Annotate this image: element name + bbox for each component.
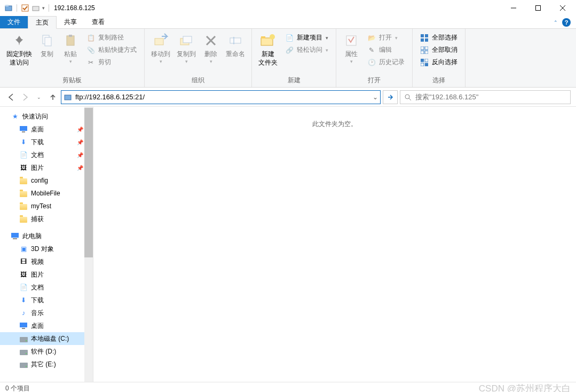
cut-button[interactable]: ✂剪切 <box>84 57 139 68</box>
sidebar-pictures[interactable]: 🖼图片📌 <box>0 161 93 174</box>
address-input[interactable] <box>75 91 369 103</box>
edit-button[interactable]: ✎编辑 <box>365 44 407 56</box>
star-icon: ★ <box>11 112 19 121</box>
group-new-label: 新建 <box>255 75 333 86</box>
easyaccess-button[interactable]: 🔗轻松访问 ▾ <box>283 44 330 56</box>
qat-folder-icon[interactable] <box>31 4 40 12</box>
sidebar-mytest[interactable]: myTest <box>0 200 93 213</box>
pin-icon: 📌 <box>77 152 83 158</box>
sidebar-music[interactable]: ♪音乐 <box>0 307 93 319</box>
address-dropdown-icon[interactable]: ⌄ <box>373 93 378 101</box>
folder-icon <box>19 189 28 198</box>
svg-rect-35 <box>65 95 71 100</box>
nav-up-button[interactable] <box>47 91 59 103</box>
search-box[interactable] <box>400 90 571 104</box>
minimize-ribbon-icon[interactable]: ⌃ <box>554 20 558 25</box>
tab-share[interactable]: 共享 <box>57 16 84 28</box>
sidebar-config[interactable]: config <box>0 174 93 187</box>
sidebar-capture[interactable]: 捕获 <box>0 213 93 225</box>
sidebar-downloads2[interactable]: ⬇下载 <box>0 294 93 307</box>
sidebar-3dobjects[interactable]: ▣3D 对象 <box>0 242 93 255</box>
nav-recent-button[interactable]: ⌄ <box>33 91 45 103</box>
svg-rect-24 <box>425 34 428 37</box>
sidebar-ddrive[interactable]: 软件 (D:) <box>0 345 93 358</box>
open-button[interactable]: 📂打开 ▾ <box>365 32 407 43</box>
newfolder-icon <box>259 32 277 49</box>
selectall-button[interactable]: 全部选择 <box>418 32 460 43</box>
invertsel-button[interactable]: 反向选择 <box>418 57 460 68</box>
maximize-button[interactable] <box>526 0 550 16</box>
sidebar-cdrive[interactable]: 本地磁盘 (C:) <box>0 332 93 345</box>
music-icon: ♪ <box>19 309 28 317</box>
drive-icon <box>19 347 28 356</box>
svg-rect-41 <box>13 238 17 239</box>
tab-view[interactable]: 查看 <box>84 16 112 28</box>
svg-rect-10 <box>67 36 74 45</box>
separator <box>17 4 17 12</box>
tab-file[interactable]: 文件 <box>0 16 28 28</box>
svg-rect-28 <box>425 46 428 50</box>
copyto-icon <box>178 32 195 49</box>
svg-rect-31 <box>421 59 424 62</box>
copy-icon <box>38 32 56 49</box>
group-select-label: 选择 <box>416 75 462 86</box>
qat-check-icon[interactable] <box>21 4 29 12</box>
moveto-button[interactable]: 移动到▾ <box>148 31 173 66</box>
video-icon: 🎞 <box>19 257 28 266</box>
sidebar-desktop[interactable]: 桌面📌 <box>0 123 93 136</box>
svg-rect-27 <box>421 46 424 50</box>
svg-rect-1 <box>5 5 9 6</box>
path-icon: 📋 <box>86 34 95 42</box>
search-input[interactable] <box>415 93 567 101</box>
svg-rect-34 <box>425 63 428 66</box>
sidebar-desktop2[interactable]: 桌面 <box>0 319 93 332</box>
sidebar-documents[interactable]: 📄文档📌 <box>0 148 93 161</box>
properties-button[interactable]: 属性▾ <box>340 31 363 66</box>
paste-button[interactable]: 粘贴▾ <box>59 31 82 66</box>
pin-quickaccess-button[interactable]: 固定到快 速访问 <box>3 31 35 68</box>
sidebar-thispc[interactable]: 此电脑 <box>0 230 93 242</box>
svg-rect-38 <box>20 126 27 131</box>
edit-icon: ✎ <box>367 46 376 54</box>
delete-button[interactable]: 删除▾ <box>199 31 223 66</box>
svg-rect-0 <box>5 6 12 11</box>
svg-rect-25 <box>421 38 424 42</box>
copy-path-button[interactable]: 📋复制路径 <box>84 32 139 43</box>
copyto-button[interactable]: 复制到▾ <box>173 31 199 66</box>
svg-rect-42 <box>20 323 27 327</box>
sidebar-documents2[interactable]: 📄文档 <box>0 281 93 294</box>
sidebar-mobilefile[interactable]: MobileFile <box>0 187 93 200</box>
svg-rect-3 <box>33 6 39 11</box>
sidebar-video[interactable]: 🎞视频 <box>0 255 93 268</box>
ftp-icon <box>64 93 72 101</box>
svg-point-36 <box>405 95 409 99</box>
close-button[interactable] <box>550 0 575 16</box>
newfolder-button[interactable]: 新建 文件夹 <box>255 31 281 68</box>
sidebar-edrive[interactable]: 其它 (E:) <box>0 358 93 371</box>
paste-shortcut-button[interactable]: 📎粘贴快捷方式 <box>84 44 139 56</box>
selectnone-button[interactable]: 全部取消 <box>418 44 460 56</box>
sidebar-quickaccess[interactable]: ★快速访问 <box>0 110 93 123</box>
pin-icon: 📌 <box>77 127 83 132</box>
minimize-button[interactable] <box>501 0 526 16</box>
sidebar-scrollbar[interactable] <box>84 107 93 382</box>
svg-rect-2 <box>22 5 28 11</box>
nav-back-button[interactable] <box>5 91 17 103</box>
go-button[interactable] <box>383 90 398 104</box>
group-open-label: 打开 <box>340 75 409 86</box>
search-icon <box>404 93 412 101</box>
help-button[interactable]: ? <box>562 18 571 27</box>
copy-button[interactable]: 复制 <box>35 31 59 60</box>
tab-home[interactable]: 主页 <box>28 16 57 29</box>
sidebar-downloads[interactable]: ⬇下载📌 <box>0 136 93 148</box>
drive-icon <box>19 360 28 369</box>
folder-icon <box>19 215 28 223</box>
nav-forward-button[interactable] <box>19 91 31 103</box>
newitem-button[interactable]: 📄新建项目 ▾ <box>283 32 330 43</box>
sidebar-pictures2[interactable]: 🖼图片 <box>0 268 93 281</box>
history-button[interactable]: 🕑历史记录 <box>365 57 407 68</box>
address-bar[interactable]: ⌄ <box>61 90 381 104</box>
app-icon <box>4 4 13 12</box>
qat-dropdown-icon[interactable]: ▾ <box>42 5 45 11</box>
rename-button[interactable]: 重命名 <box>223 31 248 60</box>
